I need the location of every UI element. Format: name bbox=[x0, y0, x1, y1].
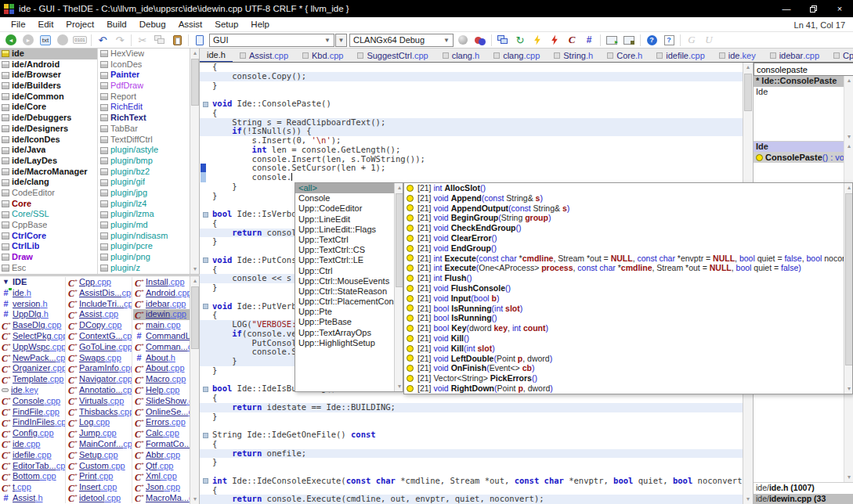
file-item[interactable]: #Assist.h bbox=[0, 493, 65, 503]
navigator-result-item[interactable]: Ide bbox=[754, 87, 853, 98]
file-item[interactable]: C+NewPack...cpp bbox=[0, 353, 65, 364]
scope-item[interactable]: Upp::TextCtrl::CS bbox=[295, 245, 394, 255]
file-item[interactable]: C+Install.cpp bbox=[133, 277, 190, 288]
paste-button[interactable] bbox=[169, 33, 185, 47]
file-item[interactable]: C+Help.cpp bbox=[133, 385, 190, 396]
menu-item-setup[interactable]: Setup bbox=[208, 20, 244, 29]
scope-item[interactable]: Upp::Ctrl::MouseEvents bbox=[295, 276, 394, 286]
scroll-thumb[interactable] bbox=[744, 74, 752, 111]
file-item[interactable]: C+Cpp.cpp bbox=[67, 277, 132, 288]
package-item[interactable]: CodeEditor bbox=[0, 188, 97, 199]
file-item[interactable]: C+MacroMa...cpp bbox=[133, 493, 190, 503]
scope-item[interactable]: Console bbox=[295, 193, 394, 203]
file-item[interactable]: ide.key bbox=[0, 385, 65, 396]
tab-String.h[interactable]: String.h bbox=[547, 49, 600, 63]
assist-item[interactable]: [21] bool Key(dword key, int count) bbox=[404, 323, 844, 333]
scope-item[interactable]: Upp::Ctrl bbox=[295, 266, 394, 276]
file-item[interactable]: C+OnlineSe...cpp bbox=[133, 407, 190, 418]
navigator-search-input[interactable] bbox=[754, 63, 853, 76]
package-item[interactable]: ide/clang bbox=[0, 177, 97, 188]
menu-item-edit[interactable]: Edit bbox=[32, 20, 60, 29]
file-item[interactable]: C+MainConf...cpp bbox=[67, 439, 132, 450]
file-item[interactable]: C+GoToLine.cpp bbox=[67, 342, 132, 353]
file-item[interactable]: C+t.cpp bbox=[0, 482, 65, 493]
file-item[interactable]: C+SlideShow.cpp bbox=[133, 396, 190, 407]
scroll-up-icon[interactable]: ▴ bbox=[844, 183, 853, 193]
package-item[interactable]: ide/Designers bbox=[0, 124, 97, 135]
package-item[interactable]: RichText bbox=[99, 113, 190, 124]
file-item[interactable]: C+SelectPkg.cpp bbox=[0, 331, 65, 342]
package-item[interactable]: ide/Core bbox=[0, 102, 97, 113]
minimize-button[interactable]: — bbox=[773, 0, 800, 17]
package-item[interactable]: ide/Browser bbox=[0, 70, 97, 81]
tab-Assist.cpp[interactable]: Assist.cpp bbox=[233, 49, 295, 63]
scope-item[interactable]: Upp::TextCtrl bbox=[295, 235, 394, 245]
assist-hash-button[interactable]: # bbox=[581, 33, 597, 47]
package-item[interactable]: ide/Java bbox=[0, 145, 97, 156]
tab-ide.key[interactable]: ide.key bbox=[712, 49, 763, 63]
package-item[interactable]: plugin/jpg bbox=[99, 188, 190, 199]
scroll-down-icon[interactable]: ▾ bbox=[743, 495, 753, 504]
file-item[interactable]: C+Config.cpp bbox=[0, 428, 65, 439]
menu-item-build[interactable]: Build bbox=[100, 20, 133, 29]
cut-button[interactable]: ✂ bbox=[135, 33, 150, 47]
scroll-up-icon[interactable]: ▴ bbox=[190, 276, 200, 286]
file-item[interactable]: C+ide.cpp bbox=[0, 439, 65, 450]
tab-Cpp.cpp[interactable]: Cpp.cpp bbox=[826, 49, 853, 63]
package-item[interactable]: ide bbox=[0, 49, 97, 59]
menu-item-project[interactable]: Project bbox=[60, 20, 100, 29]
member-scrollbar[interactable]: ▴ ▾ bbox=[844, 183, 853, 394]
file-item[interactable]: C+Console.cpp bbox=[0, 396, 65, 407]
assist-item[interactable]: [21] void CheckEndGroup() bbox=[404, 223, 844, 233]
package-item[interactable]: HexView bbox=[99, 49, 190, 59]
file-item[interactable]: C+ParamInfo.cpp bbox=[67, 363, 132, 374]
scroll-down-icon[interactable]: ▾ bbox=[844, 473, 853, 482]
package-item[interactable]: plugin/lz4 bbox=[99, 199, 190, 210]
design-mode-button[interactable] bbox=[55, 33, 70, 47]
text-mode-button[interactable]: txt bbox=[38, 33, 53, 47]
help-button[interactable]: ? bbox=[644, 33, 660, 47]
package-item[interactable]: ide/Android bbox=[0, 59, 97, 70]
package-item[interactable]: TextDiffCtrl bbox=[99, 135, 190, 146]
menu-item-debug[interactable]: Debug bbox=[133, 20, 172, 29]
navigator-result-item[interactable]: * Ide::ConsolePaste bbox=[754, 76, 853, 87]
scope-item[interactable]: Upp::TextCtrl::LE bbox=[295, 255, 394, 265]
assist-item[interactable]: [21] void OnFinish(Event<> cb) bbox=[404, 363, 844, 373]
package-item[interactable]: CtrlCore bbox=[0, 231, 97, 242]
scope-item[interactable]: Upp::Ctrl::StateReason bbox=[295, 286, 394, 297]
tab-clang.h[interactable]: clang.h bbox=[436, 49, 486, 63]
navigate-forward-button[interactable]: ► bbox=[20, 33, 36, 47]
file-item[interactable]: C+Print.cpp bbox=[67, 471, 132, 482]
package-item[interactable]: TabBar bbox=[99, 124, 190, 135]
package-item[interactable]: ide/IconDes bbox=[0, 135, 97, 146]
scope-item[interactable]: Upp::HighlightSetup bbox=[295, 338, 394, 348]
g-button[interactable]: G bbox=[684, 33, 699, 47]
package-item[interactable]: plugin/z bbox=[99, 263, 190, 274]
package-item[interactable]: PdfDraw bbox=[99, 81, 190, 92]
scroll-down-icon[interactable]: ▾ bbox=[190, 265, 200, 274]
file-item[interactable]: C+FindInFiles.cpp bbox=[0, 417, 65, 428]
tab-Kbd.cpp[interactable]: Kbd.cpp bbox=[295, 49, 350, 63]
file-item[interactable]: C+Calc.cpp bbox=[133, 428, 190, 439]
navigator-file-item[interactable]: ide/idewin.cpp (33 bbox=[754, 494, 853, 504]
file-item[interactable]: ▼IDE bbox=[0, 277, 65, 288]
file-scrollbar[interactable]: ▴ ▾ bbox=[190, 276, 200, 504]
package-item[interactable]: CppBase bbox=[0, 220, 97, 231]
file-item[interactable]: C+Organizer.cpp bbox=[0, 363, 65, 374]
config-drop-button[interactable]: ▼ bbox=[335, 34, 347, 47]
tab-Core.h[interactable]: Core.h bbox=[600, 49, 649, 63]
file-item[interactable]: C+UppWspc.cpp bbox=[0, 342, 65, 353]
assist-item[interactable]: [21] void ClearError() bbox=[404, 233, 844, 243]
package-item[interactable]: ide/LayDes bbox=[0, 156, 97, 167]
scroll-up-icon[interactable]: ▴ bbox=[743, 63, 753, 72]
package-item[interactable]: ide/Debuggers bbox=[0, 113, 97, 124]
scope-item[interactable]: Upp::Pte bbox=[295, 307, 394, 317]
scroll-thumb[interactable] bbox=[396, 193, 403, 287]
file-item[interactable]: C+Comman...cpp bbox=[133, 342, 190, 353]
package-item[interactable]: Esc bbox=[0, 263, 97, 274]
package-item[interactable]: Draw bbox=[0, 252, 97, 263]
package-item[interactable]: Report bbox=[99, 92, 190, 103]
scroll-down-icon[interactable]: ▾ bbox=[395, 382, 403, 391]
file-item[interactable]: C+Custom.cpp bbox=[67, 461, 132, 472]
scroll-thumb[interactable] bbox=[191, 286, 199, 349]
